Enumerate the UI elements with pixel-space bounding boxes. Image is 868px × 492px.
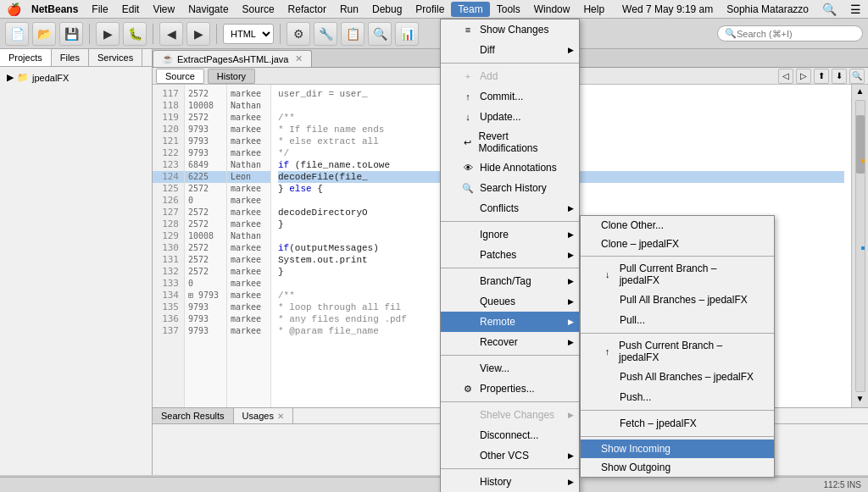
- menubar-item-navigate[interactable]: Navigate: [181, 2, 235, 17]
- search-icon[interactable]: 🔍: [822, 3, 837, 16]
- patches-icon: [461, 248, 475, 262]
- sidebar-item-jpedalfx[interactable]: ▶ 📁 jpedalFX: [3, 70, 148, 85]
- view-icon: [461, 362, 475, 375]
- menu-item-search-history[interactable]: 🔍 Search History: [441, 178, 579, 198]
- menu-item-patches[interactable]: Patches: [441, 245, 579, 265]
- editor-toolbar-btn1[interactable]: ◁: [778, 69, 793, 84]
- separator2: [153, 24, 153, 44]
- menubar-item-refactor[interactable]: Refactor: [281, 2, 333, 17]
- remote-item-clone-jpedalfx[interactable]: Clone – jpedalFX: [581, 235, 774, 253]
- menubar-right: Wed 7 May 9:19 am Sophia Matarazzo 🔍 ☰: [622, 3, 861, 16]
- menubar-item-file[interactable]: File: [85, 2, 114, 17]
- toolbar-btn-extra2[interactable]: 🔧: [314, 22, 337, 46]
- remote-item-push[interactable]: Push...: [581, 387, 774, 407]
- open-project-btn[interactable]: 📂: [32, 22, 56, 46]
- editor-toolbar-btn2[interactable]: ▷: [796, 69, 811, 84]
- menu-item-remote[interactable]: Remote: [441, 312, 579, 332]
- line-number: 123: [153, 159, 184, 171]
- menu-item-show-changes[interactable]: ≡ Show Changes: [441, 19, 579, 40]
- remote-item-pull-current[interactable]: ↓ Pull Current Branch – jpedalFX: [581, 259, 774, 290]
- menu-item-revert[interactable]: ↩ Revert Modifications: [441, 127, 579, 158]
- menu-item-diff[interactable]: Diff: [441, 40, 579, 60]
- menu-item-recover[interactable]: Recover: [441, 332, 579, 352]
- back-btn[interactable]: ◀: [159, 22, 183, 46]
- pull-current-icon: ↓: [601, 268, 615, 281]
- menu-item-hide-annotations[interactable]: 👁 Hide Annotations: [441, 158, 579, 178]
- menu-item-update[interactable]: ↓ Update...: [441, 107, 579, 127]
- menu-item-label: Push...: [620, 391, 651, 403]
- scroll-up-btn[interactable]: ▲: [854, 86, 866, 98]
- sidebar-tab-services[interactable]: Services: [89, 49, 142, 66]
- remote-item-clone-other[interactable]: Clone Other...: [581, 216, 774, 235]
- menu-item-label: Push Current Branch – jpedalFX: [619, 340, 757, 363]
- menubar-item-team[interactable]: Team: [451, 2, 489, 17]
- scroll-thumb[interactable]: [856, 115, 865, 174]
- toolbar-btn-extra3[interactable]: 📋: [341, 22, 364, 46]
- menubar-item-view[interactable]: View: [146, 2, 181, 17]
- editor-toolbar-btn3[interactable]: ⬆: [814, 69, 829, 84]
- menu-item-view[interactable]: View...: [441, 358, 579, 379]
- sidebar-tab-files[interactable]: Files: [52, 49, 89, 66]
- menu-item-conflicts[interactable]: Conflicts: [441, 198, 579, 218]
- sidebar-tab-projects[interactable]: Projects: [0, 49, 52, 66]
- toolbar-btn-extra4[interactable]: 🔍: [368, 22, 392, 46]
- separator: [581, 410, 774, 411]
- remote-item-fetch[interactable]: Fetch – jpedalFX: [581, 413, 774, 434]
- toolbar-search[interactable]: 🔍: [717, 25, 863, 41]
- menu-item-shelve-changes[interactable]: Shelve Changes: [441, 405, 579, 425]
- menu-item-add[interactable]: + Add: [441, 66, 579, 86]
- remote-item-show-outgoing[interactable]: Show Outgoing: [581, 458, 774, 477]
- editor-tab-source[interactable]: Source: [156, 69, 204, 84]
- bottom-tab-search-results[interactable]: Search Results: [153, 408, 234, 423]
- save-btn[interactable]: 💾: [59, 22, 83, 46]
- menu-item-other-vcs[interactable]: Other VCS: [441, 445, 579, 466]
- separator: [441, 355, 579, 356]
- remote-item-show-incoming[interactable]: Show Incoming: [581, 439, 774, 458]
- bottom-tab-usages[interactable]: Usages ✕: [234, 408, 293, 423]
- menubar-item-netbeans[interactable]: NetBeans: [25, 2, 85, 17]
- menu-item-ignore[interactable]: Ignore: [441, 224, 579, 245]
- remote-item-pull[interactable]: Pull...: [581, 310, 774, 330]
- menu-item-queues[interactable]: Queues: [441, 291, 579, 312]
- menubar-item-help[interactable]: Help: [576, 2, 611, 17]
- menu-item-commit[interactable]: ↑ Commit...: [441, 86, 579, 107]
- properties-icon: ⚙: [461, 382, 475, 395]
- menubar-item-profile[interactable]: Profile: [409, 2, 451, 17]
- menubar-item-source[interactable]: Source: [236, 2, 281, 17]
- debug-btn[interactable]: 🐛: [123, 22, 147, 46]
- toolbar-btn-extra5[interactable]: 📊: [395, 22, 419, 46]
- menu-item-branch-tag[interactable]: Branch/Tag: [441, 271, 579, 291]
- menubar-item-window[interactable]: Window: [527, 2, 577, 17]
- scroll-down-btn[interactable]: ▼: [854, 394, 866, 406]
- file-tab-extractpages[interactable]: ☕ ExtractPagesAsHTML.java ✕: [153, 50, 312, 67]
- menubar-item-run[interactable]: Run: [333, 2, 365, 17]
- remote-item-push-all[interactable]: Push All Branches – jpedalFX: [581, 367, 774, 387]
- scroll-track[interactable]: [855, 100, 865, 392]
- menu-item-properties[interactable]: ⚙ Properties...: [441, 379, 579, 399]
- close-tab-icon[interactable]: ✕: [277, 412, 284, 421]
- menubar-item-edit[interactable]: Edit: [115, 2, 147, 17]
- run-btn[interactable]: ▶: [96, 22, 120, 46]
- statusbar: 112:5 INS: [0, 477, 868, 492]
- close-file-icon[interactable]: ✕: [295, 53, 303, 64]
- editor-toolbar-btn5[interactable]: 🔍: [849, 69, 865, 84]
- forward-btn[interactable]: ▶: [186, 22, 210, 46]
- new-project-btn[interactable]: 📄: [5, 22, 29, 46]
- menu-item-label: Revert Modifications: [479, 130, 563, 154]
- toolbar-btn-extra1[interactable]: ⚙: [287, 22, 310, 46]
- line-number: 137: [153, 325, 184, 337]
- language-dropdown[interactable]: HTML: [223, 24, 274, 44]
- search-input[interactable]: [737, 29, 855, 39]
- menubar-item-tools[interactable]: Tools: [490, 2, 527, 17]
- menu-item-label: Pull Current Branch – jpedalFX: [620, 263, 757, 286]
- menubar-item-debug[interactable]: Debug: [365, 2, 409, 17]
- remote-item-pull-all[interactable]: Pull All Branches – jpedalFX: [581, 290, 774, 310]
- menu-item-disconnect[interactable]: Disconnect...: [441, 425, 579, 445]
- menu-item-label: Remote: [480, 316, 515, 328]
- editor-toolbar-btn4[interactable]: ⬇: [832, 69, 847, 84]
- remote-item-push-current[interactable]: ↑ Push Current Branch – jpedalFX: [581, 336, 774, 367]
- menu-icon[interactable]: ☰: [850, 3, 861, 16]
- pull-all-icon: [601, 293, 615, 307]
- editor-tab-history[interactable]: History: [208, 69, 255, 84]
- menu-item-history[interactable]: History: [441, 472, 579, 492]
